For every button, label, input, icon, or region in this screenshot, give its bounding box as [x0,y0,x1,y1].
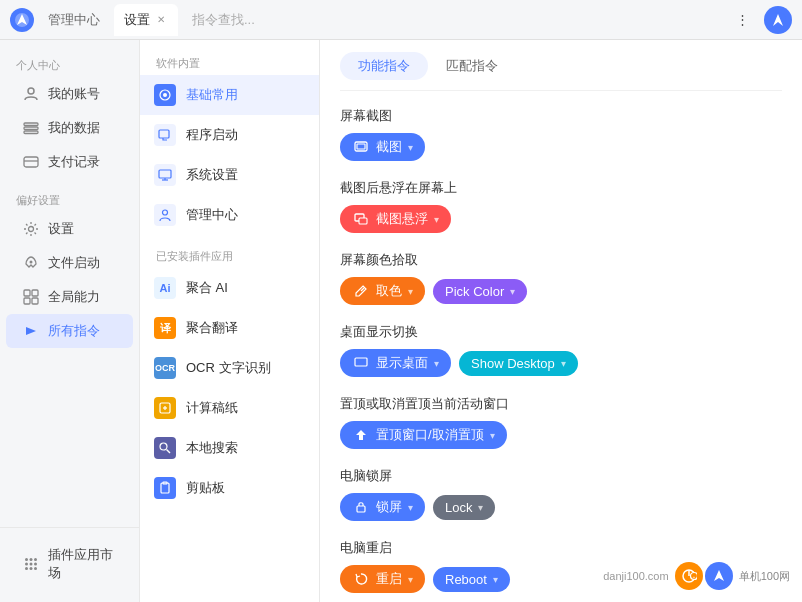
search-area[interactable]: 指令查找... [182,11,724,29]
lock-en-label: Lock [445,500,472,515]
svg-rect-12 [24,298,30,304]
section-desktop-title: 桌面显示切换 [340,323,782,341]
rocket-icon [22,254,40,272]
lock-screen-btn[interactable]: 锁屏 ▾ [340,493,425,521]
sidebar-item-account[interactable]: 我的账号 [6,77,133,111]
svg-text:+: + [692,574,695,580]
middle-item-translate[interactable]: 译 聚合翻译 [140,308,319,348]
svg-rect-39 [357,144,365,149]
sidebar: 个人中心 我的账号 我的数据 支付记录 偏好设置 设置 [0,40,140,602]
svg-point-20 [34,563,37,566]
title-bar: 管理中心 设置 ✕ 指令查找... ⋮ [0,0,802,40]
middle-admin-label: 管理中心 [186,206,238,224]
sidebar-item-payment[interactable]: 支付记录 [6,145,133,179]
float-screenshot-btn[interactable]: 截图悬浮 ▾ [340,205,451,233]
lock-screen-label: 锁屏 [376,498,402,516]
middle-ocr-label: OCR 文字识别 [186,359,271,377]
sidebar-file-launch-label: 文件启动 [48,254,100,272]
show-desktop-arrow: ▾ [434,358,439,369]
svg-rect-3 [24,123,38,126]
section-color-pick: 屏幕颜色拾取 取色 ▾ Pick Color ▾ [340,251,782,305]
reboot-en-label: Reboot [445,572,487,587]
reboot-icon [352,570,370,588]
middle-item-ai[interactable]: Ai 聚合 AI [140,268,319,308]
tab-settings[interactable]: 设置 ✕ [114,4,178,36]
middle-item-ocr[interactable]: OCR OCR 文字识别 [140,348,319,388]
sidebar-item-file-launch[interactable]: 文件启动 [6,246,133,280]
svg-marker-14 [26,327,36,335]
calc-icon [154,397,176,419]
svg-rect-13 [32,298,38,304]
svg-point-25 [163,93,167,97]
grid2-icon [22,555,40,573]
section-float-buttons: 截图悬浮 ▾ [340,205,782,233]
sidebar-item-global[interactable]: 全局能力 [6,280,133,314]
tab-admin-label: 管理中心 [48,11,100,29]
pin-btn[interactable]: 置顶窗口/取消置顶 ▾ [340,421,507,449]
sidebar-item-plugin-market[interactable]: 插件应用市场 [6,538,133,590]
main-layout: 个人中心 我的账号 我的数据 支付记录 偏好设置 设置 [0,40,802,602]
screenshot-icon [352,138,370,156]
section-show-desktop: 桌面显示切换 显示桌面 ▾ Show Desktop ▾ [340,323,782,377]
desktop-icon [352,354,370,372]
pin-icon [352,426,370,444]
lock-en-btn[interactable]: Lock ▾ [433,495,495,520]
reboot-btn[interactable]: 重启 ▾ [340,565,425,593]
middle-item-system-settings[interactable]: 系统设置 [140,155,319,195]
close-settings-tab[interactable]: ✕ [154,13,168,27]
middle-item-admin[interactable]: 管理中心 [140,195,319,235]
svg-point-9 [30,261,33,264]
svg-point-21 [25,567,28,570]
section-float-title: 截图后悬浮在屏幕上 [340,179,782,197]
pick-color-btn[interactable]: Pick Color ▾ [433,279,527,304]
lock-icon [352,498,370,516]
middle-item-launch[interactable]: 程序启动 [140,115,319,155]
section-screenshot: 屏幕截图 截图 ▾ [340,107,782,161]
reboot-en-arrow: ▾ [493,574,498,585]
pay-icon [22,153,40,171]
section-lock-buttons: 锁屏 ▾ Lock ▾ [340,493,782,521]
sidebar-item-data[interactable]: 我的数据 [6,111,133,145]
ai-icon: Ai [154,277,176,299]
tab-match-commands[interactable]: 匹配指令 [428,52,516,80]
middle-item-calc[interactable]: 计算稿纸 [140,388,319,428]
user-avatar[interactable] [764,6,792,34]
show-desktop-btn[interactable]: 显示桌面 ▾ [340,349,451,377]
section-lock: 电脑锁屏 锁屏 ▾ Lock ▾ [340,467,782,521]
star-icon [154,84,176,106]
reboot-arrow: ▾ [408,574,413,585]
tab-function-commands[interactable]: 功能指令 [340,52,428,80]
right-content: 功能指令 匹配指令 屏幕截图 截图 ▾ 截图后悬浮在屏幕上 [320,40,802,602]
grid-icon [22,288,40,306]
watermark-logo-blue [705,562,733,590]
svg-point-2 [28,88,34,94]
middle-item-search[interactable]: 本地搜索 [140,428,319,468]
sidebar-item-settings[interactable]: 设置 [6,212,133,246]
svg-point-17 [34,558,37,561]
menu-dots-button[interactable]: ⋮ [728,6,756,34]
show-desktop-en-label: Show Desktop [471,356,555,371]
lock-screen-arrow: ▾ [408,502,413,513]
middle-item-clipboard[interactable]: 剪贴板 [140,468,319,508]
sidebar-item-all-commands[interactable]: 所有指令 [6,314,133,348]
middle-translate-label: 聚合翻译 [186,319,238,337]
color-pick-btn[interactable]: 取色 ▾ [340,277,425,305]
screenshot-arrow: ▾ [408,142,413,153]
screenshot-btn[interactable]: 截图 ▾ [340,133,425,161]
svg-point-19 [30,563,33,566]
reboot-label: 重启 [376,570,402,588]
show-desktop-en-btn[interactable]: Show Desktop ▾ [459,351,578,376]
middle-section-plugins: 已安装插件应用 [140,243,319,268]
section-pin-buttons: 置顶窗口/取消置顶 ▾ [340,421,782,449]
show-desktop-en-arrow: ▾ [561,358,566,369]
lock-en-arrow: ▾ [478,502,483,513]
middle-system-settings-label: 系统设置 [186,166,238,184]
watermark-domain: 单机100网 [739,569,790,584]
tab-bar: 功能指令 匹配指令 [340,40,782,91]
reboot-en-btn[interactable]: Reboot ▾ [433,567,510,592]
svg-rect-6 [24,157,38,167]
title-bar-actions: ⋮ [728,6,792,34]
middle-item-basic[interactable]: 基础常用 [140,75,319,115]
section-screenshot-buttons: 截图 ▾ [340,133,782,161]
tab-admin-center[interactable]: 管理中心 [38,4,110,36]
